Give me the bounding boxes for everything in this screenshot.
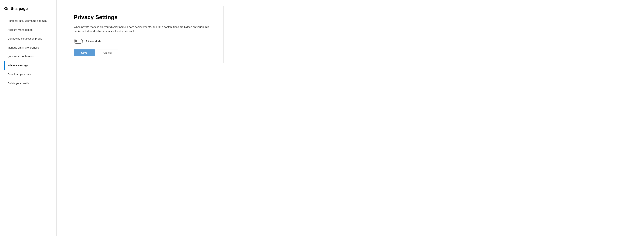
sidebar-item-manage-email[interactable]: Manage email preferences	[4, 43, 52, 52]
privacy-settings-card: Privacy Settings When private mode is on…	[65, 6, 224, 63]
sidebar: On this page Personal info, username and…	[0, 0, 56, 236]
sidebar-item-connected-cert[interactable]: Connected certification profile	[4, 34, 52, 43]
private-mode-toggle[interactable]	[74, 39, 83, 44]
button-row: Save Cancel	[74, 49, 215, 56]
sidebar-item-download-data[interactable]: Download your data	[4, 70, 52, 79]
toggle-label: Private Mode	[86, 39, 101, 44]
sidebar-item-account-management[interactable]: Account Management	[4, 26, 52, 35]
sidebar-nav: Personal info, username and URLAccount M…	[4, 17, 52, 88]
sidebar-title: On this page	[4, 6, 52, 12]
save-button[interactable]: Save	[74, 49, 95, 56]
section-description: When private mode is on, your display na…	[74, 25, 211, 33]
page-title: Privacy Settings	[74, 13, 215, 21]
main-content: Privacy Settings When private mode is on…	[56, 0, 247, 236]
sidebar-item-personal-info[interactable]: Personal info, username and URL	[4, 17, 52, 26]
sidebar-item-qa-email[interactable]: Q&A email notifications	[4, 52, 52, 61]
toggle-row: Private Mode	[74, 39, 215, 44]
cancel-button[interactable]: Cancel	[97, 49, 118, 56]
sidebar-item-privacy-settings[interactable]: Privacy Settings	[4, 61, 52, 70]
sidebar-item-delete-profile[interactable]: Delete your profile	[4, 79, 52, 88]
